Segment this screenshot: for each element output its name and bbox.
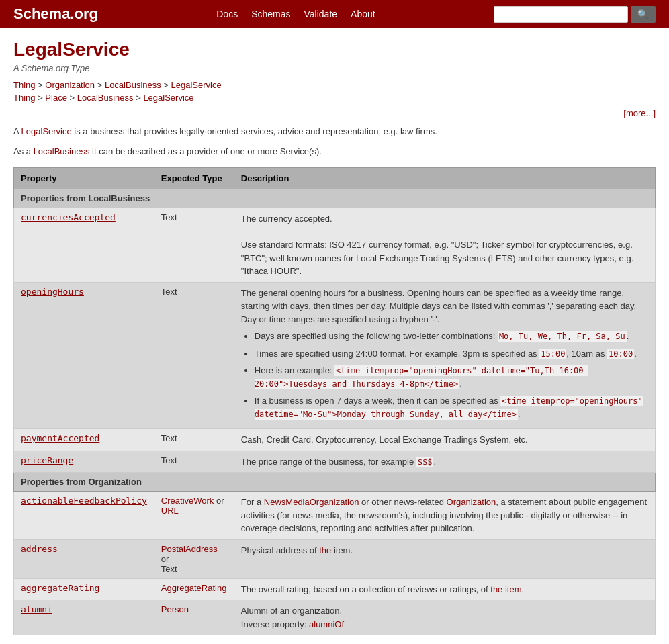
desc-alumni: Alumni of an organization. Inverse prope…	[234, 600, 655, 635]
type-payment: Text	[154, 429, 234, 451]
desc-actionable: For a NewsMediaOrganization or other new…	[234, 492, 655, 540]
type-opening-hours: Text	[154, 282, 234, 429]
page-subtitle: A Schema.org Type	[13, 63, 656, 73]
type-text-price: Text	[161, 455, 177, 465]
table-row: priceRange Text The price range of the b…	[14, 451, 656, 473]
table-row: aggregateRating AggregateRating The over…	[14, 578, 656, 600]
page-title: LegalService	[13, 39, 656, 60]
list-item: If a business is open 7 days a week, the…	[255, 394, 648, 420]
breadcrumb-legalservice-1[interactable]: LegalService	[171, 80, 222, 90]
address-link[interactable]: address	[21, 544, 58, 554]
prop-payment-accepted: paymentAccepted	[14, 429, 154, 451]
type-text-opening: Text	[161, 287, 177, 297]
search-button[interactable]: 🔍	[631, 6, 656, 23]
type-actionable: CreativeWork or URL	[154, 492, 234, 540]
desc-currencies: The currency accepted. Use standard form…	[234, 208, 655, 283]
col-expected-type: Expected Type	[154, 168, 234, 189]
prop-alumni: alumni	[14, 600, 154, 635]
breadcrumb-2: Thing > Place > LocalBusiness > LegalSer…	[13, 93, 656, 103]
desc-opening-main: The general opening hours for a business…	[241, 287, 648, 326]
type-person-link[interactable]: Person	[161, 604, 189, 614]
breadcrumb-thing-2[interactable]: Thing	[13, 93, 36, 103]
table-row: currenciesAccepted Text The currency acc…	[14, 208, 656, 283]
section-label-localbusiness: Properties from LocalBusiness	[14, 189, 656, 208]
the-link[interactable]: the	[319, 545, 331, 555]
nav-validate[interactable]: Validate	[304, 9, 338, 19]
opening-hours-list: Days are specified using the following t…	[255, 330, 648, 420]
aggregate-rating-link[interactable]: aggregateRating	[21, 583, 99, 593]
the-item-link[interactable]: the item	[490, 584, 521, 594]
search-input[interactable]	[494, 6, 628, 23]
header: Schema.org Docs Schemas Validate About 🔍	[0, 0, 669, 28]
table-row: alumni Person Alumni of an organization.…	[14, 600, 656, 635]
desc-opening-hours: The general opening hours for a business…	[234, 282, 655, 429]
type-creativework-link[interactable]: CreativeWork	[161, 496, 214, 506]
breadcrumb-thing-1[interactable]: Thing	[13, 80, 36, 90]
payment-accepted-link[interactable]: paymentAccepted	[21, 433, 99, 443]
type-postaladdress-link[interactable]: PostalAddress	[161, 544, 218, 554]
opening-hours-link[interactable]: openingHours	[21, 287, 84, 297]
price-range-link[interactable]: priceRange	[21, 455, 73, 465]
desc-price: The price range of the business, for exa…	[234, 451, 655, 473]
section-organization: Properties from Organization	[14, 473, 656, 492]
localbusiness-link[interactable]: LocalBusiness	[34, 146, 90, 156]
desc-aggregate-rating: The overall rating, based on a collectio…	[234, 578, 655, 600]
organization-link[interactable]: Organization	[447, 497, 496, 507]
alumniof-link[interactable]: alumniOf	[309, 619, 344, 629]
prop-aggregate-rating: aggregateRating	[14, 578, 154, 600]
table-row: actionableFeedbackPolicy CreativeWork or…	[14, 492, 656, 540]
provider-note: As a LocalBusiness it can be described a…	[13, 145, 656, 158]
list-item: Times are specified using 24:00 format. …	[255, 347, 648, 361]
prop-actionable-feedback: actionableFeedbackPolicy	[14, 492, 154, 540]
type-address: PostalAddress or Text	[154, 539, 234, 578]
more-link[interactable]: [more...]	[623, 108, 656, 118]
list-item: Days are specified using the following t…	[255, 330, 648, 343]
newsmediaorg-link[interactable]: NewsMediaOrganization	[264, 497, 359, 507]
breadcrumb-place[interactable]: Place	[45, 93, 67, 103]
type-text-payment: Text	[161, 433, 177, 443]
schema-table: Property Expected Type Description Prope…	[13, 167, 656, 635]
nav-docs[interactable]: Docs	[216, 9, 238, 19]
desc-address: Physical address of the item.	[234, 539, 655, 578]
type-url-link[interactable]: URL	[161, 506, 179, 516]
type-text-address: Text	[161, 564, 177, 574]
breadcrumb-localbusiness-1[interactable]: LocalBusiness	[105, 80, 161, 90]
type-text-currencies: Text	[161, 212, 177, 222]
breadcrumb-1: Thing > Organization > LocalBusiness > L…	[13, 80, 656, 90]
nav-schemas[interactable]: Schemas	[251, 9, 290, 19]
breadcrumb-organization[interactable]: Organization	[45, 80, 95, 90]
search-area: 🔍	[494, 6, 656, 23]
col-property: Property	[14, 168, 154, 189]
table-header-row: Property Expected Type Description	[14, 168, 656, 189]
prop-price-range: priceRange	[14, 451, 154, 473]
prop-address: address	[14, 539, 154, 578]
alumni-link[interactable]: alumni	[21, 604, 52, 614]
type-price: Text	[154, 451, 234, 473]
section-localbusiness: Properties from LocalBusiness	[14, 189, 656, 208]
desc-currencies-p2: Use standard formats: ISO 4217 currency …	[241, 238, 648, 278]
legalservice-link[interactable]: LegalService	[21, 126, 72, 136]
prop-currencies-accepted: currenciesAccepted	[14, 208, 154, 283]
main-nav: Docs Schemas Validate About	[216, 9, 375, 19]
type-aggregate-rating: AggregateRating	[154, 578, 234, 600]
nav-about[interactable]: About	[351, 9, 375, 19]
site-logo[interactable]: Schema.org	[13, 5, 98, 23]
col-description: Description	[234, 168, 655, 189]
desc-currencies-p1: The currency accepted.	[241, 212, 648, 226]
main-content: LegalService A Schema.org Type Thing > O…	[0, 28, 669, 644]
actionable-feedback-link[interactable]: actionableFeedbackPolicy	[21, 496, 147, 506]
search-icon: 🔍	[637, 9, 649, 19]
more-link-area: [more...]	[13, 108, 656, 118]
currencies-accepted-link[interactable]: currenciesAccepted	[21, 212, 116, 222]
page-description: A LegalService is a business that provid…	[13, 125, 656, 138]
table-row: address PostalAddress or Text Physical a…	[14, 539, 656, 578]
breadcrumb-legalservice-2[interactable]: LegalService	[143, 93, 193, 103]
prop-opening-hours: openingHours	[14, 282, 154, 429]
type-aggregaterating-link[interactable]: AggregateRating	[161, 583, 227, 593]
type-currencies: Text	[154, 208, 234, 283]
type-alumni: Person	[154, 600, 234, 635]
list-item: Here is an example: <time itemprop="open…	[255, 364, 648, 390]
desc-payment: Cash, Credit Card, Cryptocurrency, Local…	[234, 429, 655, 451]
section-label-organization: Properties from Organization	[14, 473, 656, 492]
breadcrumb-localbusiness-2[interactable]: LocalBusiness	[77, 93, 134, 103]
